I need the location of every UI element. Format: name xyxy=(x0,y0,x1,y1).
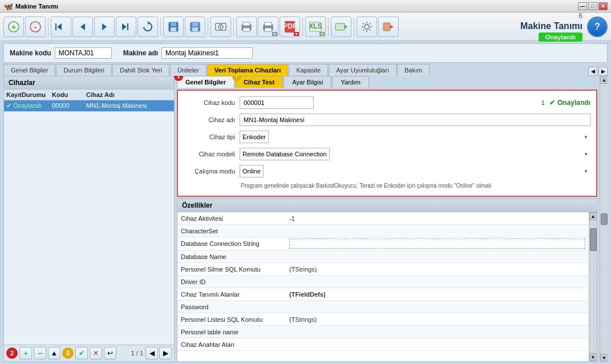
view-button[interactable] xyxy=(211,17,231,37)
scroll-up-arrow[interactable]: ▲ xyxy=(589,212,597,220)
main-scroll-down[interactable]: ▼ xyxy=(600,354,608,362)
tab-next-arrow[interactable]: ▶ xyxy=(598,67,608,76)
prop-row-listesql: Personel Listesi SQL Komutu (TStrings) xyxy=(177,313,589,326)
add-row-btn[interactable]: + xyxy=(19,347,32,359)
print-button[interactable] xyxy=(236,17,257,37)
maximize-button[interactable]: □ xyxy=(588,2,597,10)
remove-row-btn[interactable]: − xyxy=(34,347,46,359)
cihaz-tipi-select[interactable]: Enkoder xyxy=(240,131,269,143)
inner-tab-genel[interactable]: 1 Genel Bilgiler xyxy=(177,76,234,88)
approve-btn[interactable]: ✔ xyxy=(75,347,88,359)
tab-veri-toplama[interactable]: Veri Toplama Cihazları xyxy=(207,64,289,76)
scroll-down-arrow[interactable]: ▼ xyxy=(589,353,597,361)
tab-nav-arrows: ◀ ▶ xyxy=(588,67,608,76)
col-name: Cihaz Adı xyxy=(86,91,172,98)
prop-row-cihazalan: Cihaz Tanımlı Alanlar (TFieldDefs) xyxy=(177,288,589,301)
main-scroll-up[interactable]: ▲ xyxy=(600,76,608,84)
right-panel: 1 Genel Bilgiler 7 Cihaz Test Ayar Bilgi… xyxy=(177,76,597,362)
svg-point-33 xyxy=(365,25,369,29)
last-button[interactable] xyxy=(116,17,136,37)
print2-button[interactable]: ▼ xyxy=(258,17,278,37)
next-button[interactable] xyxy=(94,17,115,37)
minimize-button[interactable]: — xyxy=(578,2,587,10)
inner-tabs: 1 Genel Bilgiler 7 Cihaz Test Ayar Bilgi… xyxy=(177,76,597,88)
main-content: Makine kodu MONTAJ01 Makine adı Montaj M… xyxy=(0,41,611,364)
prop-value-listesql: (TStrings) xyxy=(289,316,585,323)
svg-point-20 xyxy=(220,26,222,27)
first-button[interactable] xyxy=(51,17,71,37)
prop-row-dbconn: Database Connection String xyxy=(177,237,589,250)
cihaz-modeli-select[interactable]: Remote Database Connection xyxy=(240,148,330,160)
prev-button[interactable] xyxy=(72,17,93,37)
svg-marker-32 xyxy=(345,25,347,29)
tab-uniteler[interactable]: Üniteler xyxy=(170,64,207,76)
undo-btn[interactable]: ↩ xyxy=(104,347,116,359)
cihaz-adi-label: Cihaz adı xyxy=(184,116,235,123)
general-info-form: Cihaz kodu 1 ✔ Onaylandı Cihaz adı Ci xyxy=(177,90,597,197)
page-title-area: 6 Makine Tanımı Onaylandı xyxy=(520,12,582,42)
row-status: ✔ Onaylandı xyxy=(6,102,52,110)
inner-tab-test[interactable]: 7 Cihaz Test xyxy=(235,76,283,88)
row-name: MN1-Montaj Makinesi xyxy=(86,102,172,110)
prop-value-aktivite: -1 xyxy=(289,215,585,222)
machine-code-value[interactable]: MONTAJ01 xyxy=(55,47,112,59)
tab-dahili-stok[interactable]: Dahili Stok Yeri xyxy=(112,64,169,76)
calisma-modu-select[interactable]: Online xyxy=(240,165,264,177)
table-header: KayıtDurumu Kodu Cihaz Adı xyxy=(4,90,174,100)
tab-durum-bilgileri[interactable]: Durum Bilgileri xyxy=(56,64,112,76)
title-bar-buttons: — □ ✕ xyxy=(578,2,608,10)
tab-prev-arrow[interactable]: ◀ xyxy=(588,67,597,76)
help-button[interactable]: ? xyxy=(587,17,608,37)
main-scroll-thumb[interactable] xyxy=(601,213,608,225)
svg-rect-25 xyxy=(265,22,272,26)
tab-genel-bilgiler[interactable]: Genel Bilgiler xyxy=(3,64,55,76)
left-action-btns: 2 + − ▲ 5 ✔ ✕ ↩ xyxy=(6,347,116,359)
calisma-modu-select-wrapper: Online xyxy=(240,165,590,177)
settings-button[interactable] xyxy=(357,17,377,37)
pagination: 1 / 1 ◀ ▶ xyxy=(131,347,172,359)
add-button[interactable]: + xyxy=(3,17,24,37)
prev-page-btn[interactable]: ◀ xyxy=(145,347,158,359)
tab-kapasite[interactable]: Kapasite xyxy=(289,64,328,76)
inner-tab-ayar[interactable]: Ayar Bilgisi xyxy=(284,76,331,88)
col-code: Kodu xyxy=(52,91,86,98)
prop-value-silme: (TStrings) xyxy=(289,266,585,273)
save2-button[interactable] xyxy=(185,17,205,37)
cihaz-adi-input[interactable] xyxy=(240,114,590,126)
table-row[interactable]: ✔ Onaylandı 00000 MN1-Montaj Makinesi xyxy=(4,100,174,112)
sep6 xyxy=(328,18,329,36)
prop-input-dbconn[interactable] xyxy=(289,238,585,249)
save-button[interactable] xyxy=(163,17,184,37)
cihazlar-panel: Cihazlar KayıtDurumu Kodu Cihaz Adı ✔ On… xyxy=(3,76,175,362)
main-scrollbar[interactable]: ▲ ▼ xyxy=(600,76,608,362)
forward-button[interactable] xyxy=(331,17,351,37)
tab-ayar[interactable]: Ayar Uyumluluğları xyxy=(329,64,396,76)
next-page-btn[interactable]: ▶ xyxy=(159,347,172,359)
svg-rect-34 xyxy=(383,23,390,31)
export-button[interactable]: XLS ▼ xyxy=(305,17,326,37)
machine-name-value[interactable]: Montaj Makinesi1 xyxy=(161,47,253,59)
pdf-button[interactable]: PDF ▼ xyxy=(280,17,300,37)
cihaz-modeli-select-wrapper: Remote Database Connection xyxy=(240,148,590,160)
machine-info-bar: Makine kodu MONTAJ01 Makine adı Montaj M… xyxy=(3,43,608,63)
svg-rect-23 xyxy=(243,28,250,31)
refresh-button[interactable] xyxy=(137,17,158,37)
svg-rect-13 xyxy=(171,22,176,26)
tab-bakim[interactable]: Bakım xyxy=(397,64,430,76)
close-button[interactable]: ✕ xyxy=(598,2,608,10)
exit-button[interactable] xyxy=(378,17,399,37)
prop-row-aktivite: Cihaz Aktivitesi -1 xyxy=(177,212,589,225)
cihaz-kodu-input[interactable] xyxy=(240,96,314,109)
prop-name-listesql: Personel Listesi SQL Komutu xyxy=(181,316,289,323)
cihaz-tipi-select-wrapper: Enkoder xyxy=(240,131,590,143)
cihazlar-header: Cihazlar xyxy=(4,76,174,90)
scroll-thumb[interactable] xyxy=(590,228,597,251)
toolbar-right: 6 Makine Tanımı Onaylandı ? xyxy=(520,12,608,42)
row-code: 00000 xyxy=(52,102,86,110)
inner-tab-yardim[interactable]: Yardım xyxy=(332,76,369,88)
up-row-btn[interactable]: ▲ xyxy=(48,347,60,359)
delete-btn[interactable]: ✕ xyxy=(90,347,102,359)
ozellikler-scrollbar[interactable]: ▲ ▼ xyxy=(589,212,597,361)
delete-button[interactable]: - xyxy=(25,17,46,37)
prop-row-tablename: Personel table name xyxy=(177,326,589,338)
